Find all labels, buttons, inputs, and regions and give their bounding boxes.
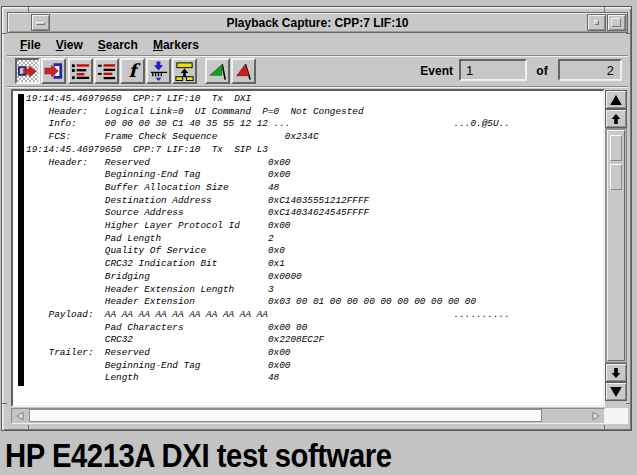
filter-button[interactable] [146,58,171,84]
menu-markers-mnemonic: M [153,38,163,52]
scroll-left-button[interactable] [12,409,28,423]
summary-view-button[interactable] [94,58,119,84]
menu-file[interactable]: File [20,38,41,52]
filter-icon [148,60,169,82]
field-format-button[interactable]: f [120,58,145,84]
thumb-grip [610,135,622,161]
summary-list-icon [96,60,117,82]
playback-capture-button[interactable] [15,58,40,84]
vertical-scrollbar-track[interactable] [605,128,627,363]
detailed-view-button[interactable] [68,58,93,84]
page-up-button[interactable] [605,109,627,128]
event-total-field[interactable] [558,59,622,81]
menu-markers[interactable]: Markers [153,38,199,52]
toolbar-separator [7,86,628,88]
vertical-scrollbar-thumb[interactable] [607,130,625,361]
capture-panel: 19:14:45.46979650 CPP:7 LIF:10 Tx DXI He… [11,89,605,407]
iconify-icon [594,20,599,25]
maximize-button[interactable] [607,14,626,31]
scroll-right-button[interactable] [588,409,604,423]
event-of-label: of [530,60,554,82]
up-arrow-icon [608,93,624,107]
menu-search[interactable]: Search [98,38,138,52]
horizontal-scrollbar [11,408,605,424]
capture-text[interactable]: 19:14:45.46979650 CPP:7 LIF:10 Tx DXI He… [26,93,510,385]
caption-text: HP E4213A DXI test software [5,436,392,475]
green-flag-icon [207,60,228,82]
menu-search-mnemonic: S [98,38,106,52]
maximize-icon [611,18,621,27]
page-down-icon [608,366,624,380]
scroll-down-button[interactable] [605,382,627,401]
event-marker-bar [18,94,24,386]
event-label: Event [372,60,453,82]
iconify-button[interactable] [587,14,606,31]
down-arrow-icon [608,385,624,399]
frame-cut [2,403,7,404]
save-capture-button[interactable] [41,58,66,84]
desktop: Playback Capture: CPP:7 LIF:10 File View… [0,0,637,475]
right-arrow-icon [590,410,602,422]
page-up-icon [608,112,624,126]
function-f-icon: f [122,60,143,82]
menu-bar: File View Search Markers [7,34,628,55]
menu-view-rest: iew [63,38,82,52]
event-number-field[interactable] [459,59,527,81]
green-marker-button[interactable] [205,58,230,84]
page-down-button[interactable] [605,363,627,382]
menu-separator [7,55,628,57]
window-title: Playback Capture: CPP:7 LIF:10 [8,13,627,32]
menu-search-rest: earch [106,38,138,52]
left-arrow-icon [14,410,26,422]
save-capture-icon [43,60,64,82]
red-marker-button[interactable] [231,58,256,84]
svg-text:f: f [129,60,142,81]
detailed-list-icon [70,60,91,82]
playback-capture-icon [17,60,38,82]
menu-markers-rest: arkers [163,38,199,52]
insert-marker-icon [174,60,195,82]
frame-cut [626,403,631,404]
menu-file-rest: ile [27,38,40,52]
vertical-scrollbar [605,90,627,401]
red-flag-icon [233,60,254,82]
thumb-grip [610,164,622,190]
insert-marker-button[interactable] [172,58,197,84]
frame-cut [28,425,29,430]
playback-capture-window: Playback Capture: CPP:7 LIF:10 File View… [1,6,632,431]
scrollbar-corner [605,408,628,424]
horizontal-scrollbar-thumb[interactable] [29,409,542,422]
menu-view[interactable]: View [56,38,83,52]
frame-cut [604,425,605,430]
scroll-up-button[interactable] [605,90,627,109]
title-bar[interactable]: Playback Capture: CPP:7 LIF:10 [7,12,628,33]
